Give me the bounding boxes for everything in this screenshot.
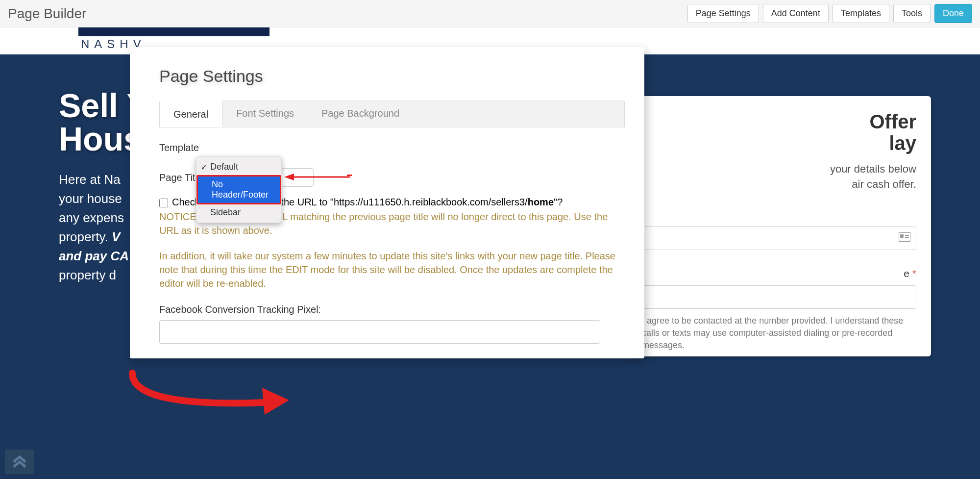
dropdown-item-sidebar[interactable]: Sidebar: [196, 204, 281, 221]
modal-title: Page Settings: [159, 67, 625, 86]
offer-card: Offer lay your details below air cash of…: [627, 96, 931, 356]
fb-pixel-input[interactable]: [159, 320, 600, 344]
offer-title: Offer lay: [642, 111, 916, 154]
annotation-dash-icon: [347, 175, 352, 176]
dropdown-item-no-header-footer[interactable]: No Header/Footer: [198, 176, 280, 203]
address-card-icon: [899, 232, 910, 244]
template-label: Template: [159, 142, 206, 153]
chevron-up-icon: [12, 455, 27, 469]
svg-marker-6: [262, 388, 289, 415]
scroll-to-top-button[interactable]: [5, 450, 34, 474]
consent-text: I agree to be contacted at the number pr…: [642, 315, 916, 352]
add-content-button[interactable]: Add Content: [763, 4, 829, 23]
toolbar-actions: Page Settings Add Content Templates Tool…: [687, 4, 972, 23]
tab-font-settings[interactable]: Font Settings: [222, 101, 308, 127]
update-url-checkbox[interactable]: [159, 199, 168, 207]
dropdown-item-default[interactable]: Default: [196, 159, 281, 175]
required-label: e *: [642, 268, 916, 279]
fb-pixel-label: Facebook Conversion Tracking Pixel:: [159, 304, 625, 315]
tabs: General Font Settings Page Background: [159, 101, 625, 127]
content-area: NASHV Sell Y Hous Here at Na your house …: [0, 27, 980, 479]
tab-general[interactable]: General: [160, 101, 222, 127]
annotation-curved-arrow-icon: [127, 368, 299, 429]
annotation-arrow-icon: [284, 172, 353, 184]
tools-button[interactable]: Tools: [893, 4, 931, 23]
field-row: [642, 227, 916, 250]
address-input[interactable]: [642, 227, 916, 250]
offer-sub: your details below air cash offer.: [642, 162, 916, 192]
top-toolbar: Page Builder Page Settings Add Content T…: [0, 0, 980, 27]
template-row: Template: [159, 142, 625, 153]
done-button[interactable]: Done: [934, 4, 972, 23]
page-settings-button[interactable]: Page Settings: [687, 4, 759, 23]
tab-page-background[interactable]: Page Background: [308, 101, 413, 127]
notice-2: In addition, it will take our system a f…: [159, 249, 625, 290]
templates-button[interactable]: Templates: [833, 4, 889, 23]
toolbar-title: Page Builder: [8, 6, 86, 22]
svg-rect-1: [900, 234, 904, 238]
svg-rect-3: [905, 237, 909, 238]
svg-rect-2: [905, 235, 909, 236]
phone-input[interactable]: [642, 285, 916, 309]
template-dropdown: Default No Header/Footer Sidebar: [196, 156, 282, 223]
logo-block: [78, 27, 270, 36]
svg-marker-5: [284, 174, 294, 180]
